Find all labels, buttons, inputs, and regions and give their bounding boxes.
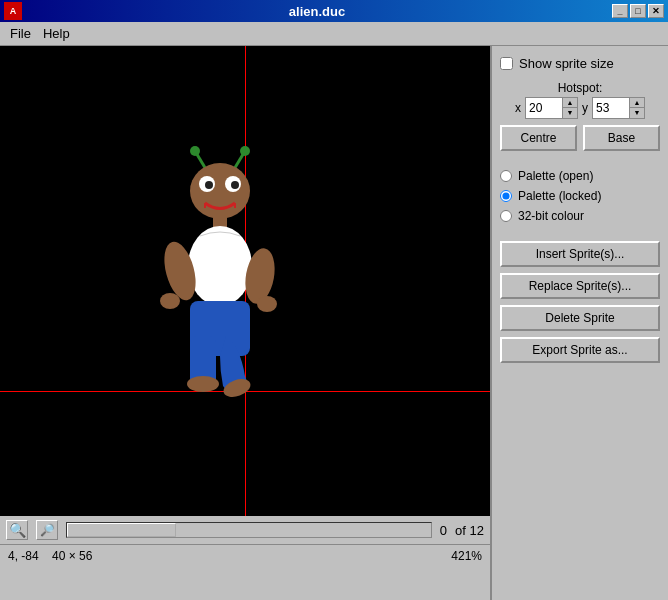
maximize-button[interactable]: □ (630, 4, 646, 18)
canvas-area: 🔍 🔎 0 of 12 4, -84 40 × 56 421% (0, 46, 490, 600)
frame-total: of 12 (455, 523, 484, 538)
menu-file[interactable]: File (4, 24, 37, 43)
window-title: alien.duc (289, 4, 345, 19)
hotspot-x-down[interactable]: ▼ (563, 108, 577, 118)
replace-sprites-button[interactable]: Replace Sprite(s)... (500, 273, 660, 299)
hotspot-inputs: x ▲ ▼ y ▲ ▼ (500, 97, 660, 119)
svg-point-1 (190, 146, 200, 156)
show-sprite-size-row: Show sprite size (500, 56, 660, 71)
delete-sprite-button[interactable]: Delete Sprite (500, 305, 660, 331)
hotspot-y-down[interactable]: ▼ (630, 108, 644, 118)
colour-32bit-label: 32-bit colour (518, 209, 584, 223)
svg-point-8 (231, 181, 239, 189)
hotspot-y-label: y (582, 101, 588, 115)
palette-locked-row: Palette (locked) (500, 189, 660, 203)
frame-scrollbar[interactable] (66, 522, 432, 538)
insert-sprites-button[interactable]: Insert Sprite(s)... (500, 241, 660, 267)
colour-32bit-row: 32-bit colour (500, 209, 660, 223)
hotspot-y-spinner: ▲ ▼ (629, 98, 644, 118)
show-sprite-size-checkbox[interactable] (500, 57, 513, 70)
app-icon: A (4, 2, 22, 20)
scrollbar-thumb (67, 523, 176, 537)
hotspot-x-input-wrap: ▲ ▼ (525, 97, 578, 119)
svg-point-3 (240, 146, 250, 156)
title-bar: A alien.duc _ □ ✕ (0, 0, 668, 22)
show-sprite-size-label: Show sprite size (519, 56, 614, 71)
hotspot-section: Hotspot: x ▲ ▼ y ▲ ▼ (500, 81, 660, 119)
palette-locked-radio[interactable] (500, 190, 512, 202)
status-bar: 4, -84 40 × 56 421% (0, 544, 490, 566)
zoom-level: 421% (451, 549, 482, 563)
close-button[interactable]: ✕ (648, 4, 664, 18)
hotspot-x-label: x (515, 101, 521, 115)
hotspot-label: Hotspot: (500, 81, 660, 95)
frame-value: 0 (440, 523, 447, 538)
centre-button[interactable]: Centre (500, 125, 577, 151)
svg-point-19 (187, 376, 219, 392)
palette-open-radio[interactable] (500, 170, 512, 182)
svg-point-7 (205, 181, 213, 189)
sprite-canvas[interactable] (0, 46, 490, 516)
sprite-figure (155, 146, 285, 406)
palette-locked-label: Palette (locked) (518, 189, 601, 203)
svg-point-12 (188, 226, 252, 306)
svg-point-15 (160, 293, 180, 309)
zoom-out-button[interactable]: 🔍 (6, 520, 28, 540)
hotspot-y-input-wrap: ▲ ▼ (592, 97, 645, 119)
export-sprite-button[interactable]: Export Sprite as... (500, 337, 660, 363)
hotspot-buttons: Centre Base (500, 125, 660, 151)
zoom-in-button[interactable]: 🔎 (36, 520, 58, 540)
minimize-button[interactable]: _ (612, 4, 628, 18)
canvas-bottom: 🔍 🔎 0 of 12 (0, 516, 490, 544)
palette-open-label: Palette (open) (518, 169, 593, 183)
svg-point-4 (190, 163, 250, 219)
svg-point-16 (257, 296, 277, 312)
right-panel: Show sprite size Hotspot: x ▲ ▼ y ▲ (490, 46, 668, 600)
hotspot-x-input[interactable] (526, 100, 562, 116)
hotspot-x-spinner: ▲ ▼ (562, 98, 577, 118)
colour-32bit-radio[interactable] (500, 210, 512, 222)
cursor-coords: 4, -84 40 × 56 (8, 549, 92, 563)
main-content: 🔍 🔎 0 of 12 4, -84 40 × 56 421% Show spr… (0, 46, 668, 600)
menu-help[interactable]: Help (37, 24, 76, 43)
window-controls: _ □ ✕ (612, 4, 664, 18)
menu-bar: File Help (0, 22, 668, 46)
base-button[interactable]: Base (583, 125, 660, 151)
hotspot-y-input[interactable] (593, 100, 629, 116)
hotspot-x-up[interactable]: ▲ (563, 98, 577, 108)
hotspot-y-up[interactable]: ▲ (630, 98, 644, 108)
palette-open-row: Palette (open) (500, 169, 660, 183)
